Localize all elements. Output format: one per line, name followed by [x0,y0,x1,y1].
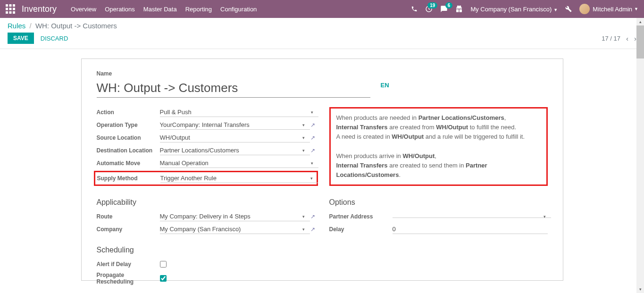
propagate-checkbox[interactable] [160,275,167,282]
action-select[interactable]: Pull & Push [160,108,318,117]
name-label: Name [97,70,548,77]
delay-input[interactable] [393,225,548,234]
svg-rect-4 [9,8,12,10]
activity-icon[interactable]: 19 [425,5,433,13]
svg-rect-8 [13,11,15,14]
discard-button[interactable]: DISCARD [41,35,68,42]
propagate-label: Propagate Rescheduling [97,272,160,285]
company-switcher[interactable]: My Company (San Francisco)▼ [470,6,558,13]
lang-button[interactable]: EN [381,82,389,89]
destination-location-label: Destination Location [97,147,160,154]
svg-rect-6 [6,11,8,14]
partner-address-label: Partner Address [329,213,393,220]
company-select[interactable]: My Company (San Francisco) [160,225,310,234]
alert-delay-checkbox[interactable] [160,261,167,268]
scrollbar-thumb[interactable] [636,25,644,59]
automatic-move-select[interactable]: Manual Operation [160,159,318,168]
external-link-icon[interactable]: ↗ [310,213,315,220]
menu-reporting[interactable]: Reporting [185,6,212,13]
breadcrumb-current: WH: Output -> Customers [35,22,117,30]
breadcrumb-root[interactable]: Rules [8,22,25,30]
route-label: Route [97,213,160,220]
company-label: Company [97,226,160,233]
menu-configuration[interactable]: Configuration [220,6,257,13]
svg-rect-5 [13,8,15,10]
partner-address-select[interactable] [393,216,551,218]
avatar [579,4,590,14]
options-heading: Options [329,198,548,207]
main-menu: Overview Operations Master Data Reportin… [71,6,257,13]
company-name: My Company (San Francisco) [470,6,552,13]
supply-method-select[interactable]: Trigger Another Rule [160,174,318,183]
save-button[interactable]: SAVE [8,33,34,44]
operation-type-label: Operation Type [97,122,160,128]
destination-location-select[interactable]: Partner Locations/Customers [160,146,310,155]
gift-icon[interactable] [455,5,463,13]
delay-label: Delay [329,226,393,233]
debug-icon[interactable] [565,6,572,12]
pager: 17 / 17 ‹ › [602,34,636,42]
svg-rect-0 [6,4,8,7]
alert-delay-label: Alert if Delay [97,261,160,268]
supply-method-highlight: Supply Method Trigger Another Rule▾ [94,171,318,186]
applicability-heading: Applicability [97,198,315,207]
svg-rect-1 [9,4,12,7]
phone-icon[interactable] [411,6,418,12]
pager-value[interactable]: 17 / 17 [602,35,620,42]
app-brand[interactable]: Inventory [22,4,57,14]
menu-overview[interactable]: Overview [71,6,96,13]
scroll-down-icon[interactable]: ▾ [636,285,644,290]
user-name: Mitchell Admin [593,6,632,13]
top-nav: Inventory Overview Operations Master Dat… [0,0,644,18]
route-select[interactable]: My Company: Delivery in 4 Steps [160,212,310,221]
supply-method-label: Supply Method [97,175,160,182]
svg-rect-7 [9,11,12,14]
external-link-icon[interactable]: ↗ [310,134,315,141]
breadcrumb: Rules / WH: Output -> Customers [8,22,636,30]
external-link-icon[interactable]: ↗ [310,226,315,233]
rule-description-highlight: When products are needed in Partner Loca… [329,107,548,186]
source-location-label: Source Location [97,134,160,141]
menu-operations[interactable]: Operations [105,6,135,13]
scheduling-heading: Scheduling [97,246,315,254]
scrollbar[interactable]: ▴ ▾ [636,18,644,290]
svg-rect-2 [13,4,15,7]
menu-master-data[interactable]: Master Data [143,6,177,13]
control-panel: Rules / WH: Output -> Customers SAVE DIS… [0,18,644,49]
automatic-move-label: Automatic Move [97,160,160,167]
external-link-icon[interactable]: ↗ [310,147,315,154]
form-sheet: Name document.querySelector('.titlefield… [81,59,563,281]
apps-icon[interactable] [6,4,15,14]
action-label: Action [97,109,160,116]
pager-prev-icon[interactable]: ‹ [626,34,628,42]
operation-type-select[interactable]: YourCompany: Internal Transfers [160,120,310,130]
source-location-select[interactable]: WH/Output [160,133,310,142]
user-menu[interactable]: Mitchell Admin▼ [579,4,638,14]
activity-badge: 19 [427,2,437,8]
external-link-icon[interactable]: ↗ [310,122,315,128]
name-input[interactable] [97,79,370,98]
scroll-up-icon[interactable]: ▴ [636,18,644,25]
chat-badge: 6 [445,2,453,8]
svg-rect-3 [6,8,8,10]
chat-icon[interactable]: 6 [440,5,448,13]
